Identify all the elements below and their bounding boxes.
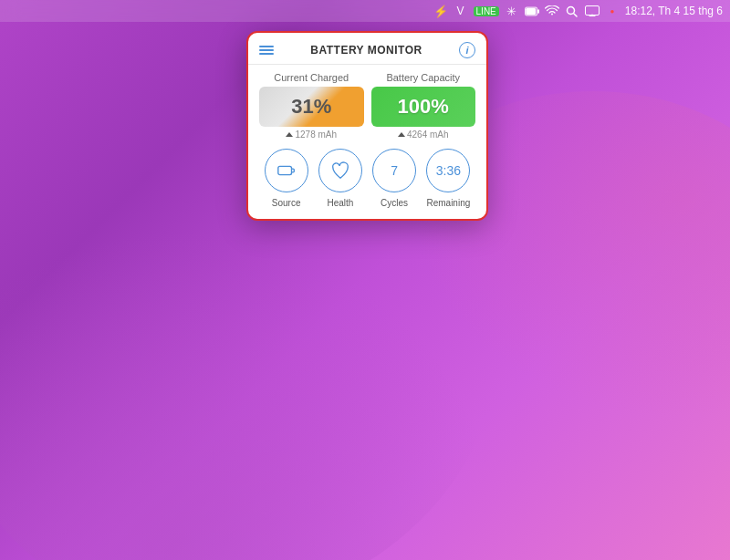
cycles-label: Cycles: [381, 198, 408, 208]
menu-icon[interactable]: [259, 46, 274, 55]
capacity-bar: 100%: [371, 87, 476, 127]
charged-label: Current Charged: [274, 72, 349, 83]
flash-icon[interactable]: ⚡: [433, 4, 448, 18]
stats-row: Current Charged 31% 1278 mAh Battery Cap…: [259, 72, 475, 140]
remaining-button[interactable]: 3:36: [426, 149, 470, 192]
icons-row: Source Health 7 Cycles: [259, 149, 475, 208]
health-label: Health: [327, 198, 353, 208]
charged-value: 31%: [291, 95, 331, 119]
screen-icon[interactable]: [585, 4, 600, 18]
source-item: Source: [265, 149, 308, 208]
charged-sub: 1278 mAh: [286, 130, 337, 140]
capacity-stat: Battery Capacity 100% 4264 mAh: [371, 72, 476, 140]
charged-stat: Current Charged 31% 1278 mAh: [259, 72, 364, 140]
search-icon[interactable]: [565, 4, 579, 18]
charged-bar: 31%: [259, 87, 364, 127]
battery-monitor-widget: BATTERY MONITOR i Current Charged 31% 12…: [246, 31, 488, 221]
capacity-label: Battery Capacity: [386, 72, 460, 83]
heart-icon: [330, 161, 350, 181]
line-icon[interactable]: LINE: [474, 6, 499, 16]
charged-bar-fill: 31%: [259, 87, 364, 127]
triangle-up-icon2: [398, 132, 405, 137]
svg-rect-5: [277, 166, 291, 174]
menubar-right: ⚡ V LINE ✳: [433, 4, 723, 18]
dot-icon: ●: [605, 4, 620, 18]
svg-rect-1: [526, 7, 536, 14]
capacity-sub: 4264 mAh: [398, 130, 449, 140]
remaining-value: 3:36: [436, 163, 461, 178]
cycles-item: 7 Cycles: [372, 149, 416, 208]
bluetooth-icon[interactable]: ✳: [505, 4, 519, 18]
cycles-value: 7: [391, 163, 398, 178]
remaining-label: Remaining: [426, 198, 470, 208]
widget-header: BATTERY MONITOR i: [248, 33, 486, 65]
health-button[interactable]: [318, 149, 362, 192]
remaining-item: 3:36 Remaining: [426, 149, 470, 208]
capacity-bar-fill: 100%: [371, 87, 476, 127]
svg-point-3: [568, 6, 575, 14]
capacity-value: 100%: [398, 95, 449, 119]
triangle-up-icon: [286, 132, 293, 137]
menubar-time: 18:12, Th 4 15 thg 6: [625, 5, 723, 17]
source-button[interactable]: [265, 149, 308, 192]
cycles-button[interactable]: 7: [372, 149, 416, 192]
v-icon[interactable]: V: [454, 5, 468, 17]
svg-rect-4: [585, 6, 599, 16]
info-icon[interactable]: i: [459, 42, 475, 58]
health-item: Health: [318, 149, 362, 208]
widget-content: Current Charged 31% 1278 mAh Battery Cap…: [248, 65, 486, 219]
widget-title: BATTERY MONITOR: [310, 44, 422, 57]
wifi-icon[interactable]: [545, 4, 559, 18]
source-label: Source: [272, 198, 301, 208]
battery-source-icon: [276, 161, 297, 181]
battery-icon: [525, 4, 539, 18]
menubar: ⚡ V LINE ✳: [0, 0, 730, 22]
svg-rect-2: [537, 9, 539, 13]
